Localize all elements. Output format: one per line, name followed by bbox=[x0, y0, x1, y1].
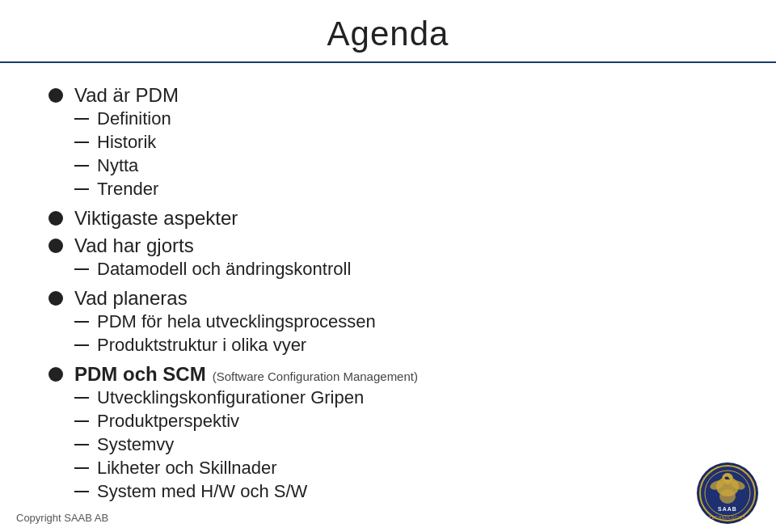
pdm-scm-bold-label: PDM och SCM bbox=[74, 363, 206, 386]
sub-item-label: Trender bbox=[97, 179, 158, 200]
saab-logo-svg: SAAB TECHNOLOGIES bbox=[695, 461, 760, 526]
sub-list-item: Definition bbox=[74, 108, 728, 129]
dash-icon bbox=[74, 344, 89, 346]
sub-list-item: System med H/W och S/W bbox=[74, 481, 728, 502]
sub-list-item: Datamodell och ändringskontroll bbox=[74, 259, 728, 280]
slide-title: Agenda bbox=[0, 15, 776, 53]
list-item-text: Vad planeras PDM för hela utvecklingspro… bbox=[74, 287, 728, 358]
list-item-text: Viktigaste aspekter bbox=[74, 207, 728, 230]
sub-item-label: Produktstruktur i olika vyer bbox=[97, 335, 306, 356]
dash-icon bbox=[74, 141, 89, 143]
list-item-viktigaste: Viktigaste aspekter bbox=[48, 207, 728, 230]
dash-icon bbox=[74, 491, 89, 492]
svg-point-10 bbox=[725, 477, 728, 479]
saab-logo: SAAB TECHNOLOGIES bbox=[695, 461, 760, 526]
svg-text:SAAB: SAAB bbox=[718, 506, 737, 512]
list-item-text: Vad är PDM Definition Historik Nytta bbox=[74, 84, 728, 202]
sub-list-item: Systemvy bbox=[74, 434, 728, 455]
dash-icon bbox=[74, 188, 89, 190]
bullet-icon bbox=[48, 367, 63, 382]
list-item-text: Vad har gjorts Datamodell och ändringsko… bbox=[74, 234, 728, 282]
sub-item-label: System med H/W och S/W bbox=[97, 481, 307, 502]
sub-list: Definition Historik Nytta Trender bbox=[74, 108, 728, 200]
list-item-pdm-scm: PDM och SCM (Software Configuration Mana… bbox=[48, 363, 728, 505]
bullet-icon bbox=[48, 88, 63, 103]
sub-list-item: Produktperspektiv bbox=[74, 411, 728, 432]
dash-icon bbox=[74, 268, 89, 270]
pdm-scm-line: PDM och SCM (Software Configuration Mana… bbox=[74, 363, 728, 386]
dash-icon bbox=[74, 467, 89, 469]
sub-list-item: Historik bbox=[74, 132, 728, 153]
sub-list: Utvecklingskonfigurationer Gripen Produk… bbox=[74, 387, 728, 502]
sub-item-label: Likheter och Skillnader bbox=[97, 458, 277, 479]
sub-list-item: Utvecklingskonfigurationer Gripen bbox=[74, 387, 728, 408]
sub-item-label: Nytta bbox=[97, 155, 138, 176]
sub-item-label: PDM för hela utvecklingsprocessen bbox=[97, 311, 376, 332]
dash-icon bbox=[74, 444, 89, 445]
sub-list-item: Likheter och Skillnader bbox=[74, 458, 728, 479]
list-item-text: PDM och SCM (Software Configuration Mana… bbox=[74, 363, 728, 505]
slide: Agenda Vad är PDM Definition Historik bbox=[0, 0, 776, 532]
sub-list: PDM för hela utvecklingsprocessen Produk… bbox=[74, 311, 728, 356]
dash-icon bbox=[74, 118, 89, 120]
sub-item-label: Definition bbox=[97, 108, 171, 129]
item-label: Vad är PDM bbox=[74, 84, 179, 106]
sub-list-item: Produktstruktur i olika vyer bbox=[74, 335, 728, 356]
item-label: Viktigaste aspekter bbox=[74, 207, 238, 229]
svg-text:TECHNOLOGIES: TECHNOLOGIES bbox=[709, 515, 746, 520]
list-item-vad-ar-pdm: Vad är PDM Definition Historik Nytta bbox=[48, 84, 728, 202]
pdm-scm-small-label: (Software Configuration Management) bbox=[213, 369, 418, 383]
sub-item-label: Datamodell och ändringskontroll bbox=[97, 259, 351, 280]
dash-icon bbox=[74, 321, 89, 323]
item-label: Vad planeras bbox=[74, 287, 188, 309]
sub-list: Datamodell och ändringskontroll bbox=[74, 259, 728, 280]
dash-icon bbox=[74, 165, 89, 167]
sub-item-label: Systemvy bbox=[97, 434, 174, 455]
svg-point-5 bbox=[719, 489, 736, 504]
list-item-vad-planeras: Vad planeras PDM för hela utvecklingspro… bbox=[48, 287, 728, 358]
sub-item-label: Produktperspektiv bbox=[97, 411, 239, 432]
slide-content: Vad är PDM Definition Historik Nytta bbox=[0, 78, 776, 516]
sub-list-item: Trender bbox=[74, 179, 728, 200]
bullet-icon bbox=[48, 239, 63, 253]
sub-item-label: Utvecklingskonfigurationer Gripen bbox=[97, 387, 364, 408]
slide-header: Agenda bbox=[0, 0, 776, 63]
dash-icon bbox=[74, 420, 89, 422]
bullet-icon bbox=[48, 211, 63, 226]
list-item-vad-har-gjorts: Vad har gjorts Datamodell och ändringsko… bbox=[48, 234, 728, 282]
sub-list-item: PDM för hela utvecklingsprocessen bbox=[74, 311, 728, 332]
footer: Copyright SAAB AB bbox=[16, 512, 108, 524]
agenda-list: Vad är PDM Definition Historik Nytta bbox=[48, 84, 728, 505]
bullet-icon bbox=[48, 291, 63, 306]
item-label: Vad har gjorts bbox=[74, 234, 194, 256]
sub-item-label: Historik bbox=[97, 132, 156, 153]
dash-icon bbox=[74, 397, 89, 399]
copyright-text: Copyright SAAB AB bbox=[16, 512, 108, 524]
sub-list-item: Nytta bbox=[74, 155, 728, 176]
